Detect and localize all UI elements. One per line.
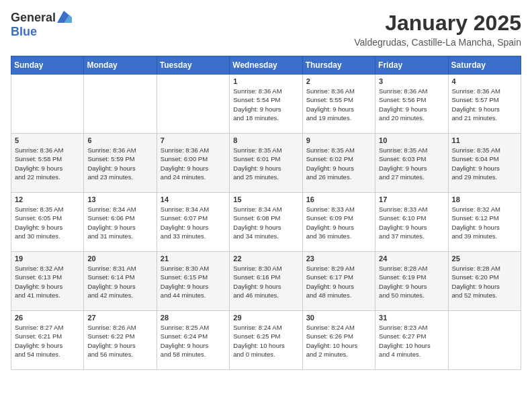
day-info: Sunrise: 8:25 AM Sunset: 6:24 PM Dayligh… bbox=[161, 323, 226, 359]
day-info: Sunrise: 8:35 AM Sunset: 6:01 PM Dayligh… bbox=[233, 146, 298, 181]
weekday-header: Wednesday bbox=[230, 56, 302, 75]
calendar-cell: 27Sunrise: 8:26 AM Sunset: 6:22 PM Dayli… bbox=[84, 311, 157, 370]
calendar-cell: 15Sunrise: 8:34 AM Sunset: 6:08 PM Dayli… bbox=[230, 193, 302, 252]
calendar-cell: 30Sunrise: 8:24 AM Sunset: 6:26 PM Dayli… bbox=[302, 311, 375, 370]
day-info: Sunrise: 8:35 AM Sunset: 6:04 PM Dayligh… bbox=[452, 146, 517, 181]
day-number: 28 bbox=[161, 314, 226, 322]
calendar-header-row: SundayMondayTuesdayWednesdayThursdayFrid… bbox=[11, 56, 521, 75]
calendar-cell: 22Sunrise: 8:30 AM Sunset: 6:16 PM Dayli… bbox=[230, 252, 302, 311]
calendar-cell: 17Sunrise: 8:33 AM Sunset: 6:10 PM Dayli… bbox=[375, 193, 448, 252]
calendar-week-row: 5Sunrise: 8:36 AM Sunset: 5:58 PM Daylig… bbox=[11, 134, 521, 193]
location-title: Valdegrudas, Castille-La Mancha, Spain bbox=[354, 37, 521, 48]
day-info: Sunrise: 8:34 AM Sunset: 6:07 PM Dayligh… bbox=[161, 205, 226, 240]
day-info: Sunrise: 8:34 AM Sunset: 6:08 PM Dayligh… bbox=[233, 205, 298, 240]
calendar-cell: 24Sunrise: 8:28 AM Sunset: 6:19 PM Dayli… bbox=[375, 252, 448, 311]
calendar-week-row: 19Sunrise: 8:32 AM Sunset: 6:13 PM Dayli… bbox=[11, 252, 521, 311]
calendar-cell: 26Sunrise: 8:27 AM Sunset: 6:21 PM Dayli… bbox=[11, 311, 84, 370]
day-number: 23 bbox=[306, 255, 371, 263]
calendar-cell: 11Sunrise: 8:35 AM Sunset: 6:04 PM Dayli… bbox=[448, 134, 521, 193]
day-info: Sunrise: 8:33 AM Sunset: 6:10 PM Dayligh… bbox=[379, 205, 444, 240]
calendar-cell: 28Sunrise: 8:25 AM Sunset: 6:24 PM Dayli… bbox=[157, 311, 229, 370]
day-number: 3 bbox=[379, 77, 444, 85]
calendar-cell bbox=[448, 311, 521, 370]
day-info: Sunrise: 8:28 AM Sunset: 6:20 PM Dayligh… bbox=[452, 264, 517, 300]
calendar-cell: 21Sunrise: 8:30 AM Sunset: 6:15 PM Dayli… bbox=[157, 252, 229, 311]
logo-general-text: General bbox=[11, 11, 56, 25]
day-info: Sunrise: 8:26 AM Sunset: 6:22 PM Dayligh… bbox=[87, 323, 152, 359]
day-info: Sunrise: 8:32 AM Sunset: 6:13 PM Dayligh… bbox=[15, 264, 80, 300]
calendar-cell bbox=[11, 75, 84, 134]
day-number: 25 bbox=[452, 255, 517, 263]
day-info: Sunrise: 8:28 AM Sunset: 6:19 PM Dayligh… bbox=[379, 264, 444, 300]
day-info: Sunrise: 8:32 AM Sunset: 6:12 PM Dayligh… bbox=[452, 205, 517, 240]
calendar-cell: 6Sunrise: 8:36 AM Sunset: 5:59 PM Daylig… bbox=[84, 134, 157, 193]
month-title: January 2025 bbox=[354, 11, 521, 36]
day-number: 15 bbox=[233, 195, 298, 203]
logo: General Blue bbox=[11, 11, 72, 39]
weekday-header: Tuesday bbox=[157, 56, 229, 75]
day-info: Sunrise: 8:23 AM Sunset: 6:27 PM Dayligh… bbox=[379, 323, 444, 359]
day-info: Sunrise: 8:36 AM Sunset: 5:56 PM Dayligh… bbox=[379, 87, 444, 122]
day-number: 10 bbox=[379, 136, 444, 144]
day-number: 6 bbox=[87, 136, 152, 144]
logo-blue-text: Blue bbox=[11, 25, 37, 38]
calendar-cell: 19Sunrise: 8:32 AM Sunset: 6:13 PM Dayli… bbox=[11, 252, 84, 311]
calendar-cell: 14Sunrise: 8:34 AM Sunset: 6:07 PM Dayli… bbox=[157, 193, 229, 252]
weekday-header: Sunday bbox=[11, 56, 84, 75]
weekday-header: Monday bbox=[84, 56, 157, 75]
day-info: Sunrise: 8:36 AM Sunset: 5:55 PM Dayligh… bbox=[306, 87, 371, 122]
day-info: Sunrise: 8:30 AM Sunset: 6:16 PM Dayligh… bbox=[233, 264, 298, 300]
logo-icon bbox=[57, 11, 72, 23]
calendar-table: SundayMondayTuesdayWednesdayThursdayFrid… bbox=[11, 56, 521, 370]
calendar-cell: 8Sunrise: 8:35 AM Sunset: 6:01 PM Daylig… bbox=[230, 134, 302, 193]
day-number: 19 bbox=[15, 255, 80, 263]
day-info: Sunrise: 8:35 AM Sunset: 6:05 PM Dayligh… bbox=[15, 205, 80, 240]
day-number: 17 bbox=[379, 195, 444, 203]
calendar-cell: 4Sunrise: 8:36 AM Sunset: 5:57 PM Daylig… bbox=[448, 75, 521, 134]
day-number: 18 bbox=[452, 195, 517, 203]
day-info: Sunrise: 8:36 AM Sunset: 5:54 PM Dayligh… bbox=[233, 87, 298, 122]
day-number: 8 bbox=[233, 136, 298, 144]
day-number: 1 bbox=[233, 77, 298, 85]
calendar-cell: 31Sunrise: 8:23 AM Sunset: 6:27 PM Dayli… bbox=[375, 311, 448, 370]
day-number: 5 bbox=[15, 136, 80, 144]
day-number: 26 bbox=[15, 314, 80, 322]
day-number: 24 bbox=[379, 255, 444, 263]
day-info: Sunrise: 8:29 AM Sunset: 6:17 PM Dayligh… bbox=[306, 264, 371, 300]
day-number: 31 bbox=[379, 314, 444, 322]
day-number: 29 bbox=[233, 314, 298, 322]
calendar-cell: 20Sunrise: 8:31 AM Sunset: 6:14 PM Dayli… bbox=[84, 252, 157, 311]
calendar-cell: 16Sunrise: 8:33 AM Sunset: 6:09 PM Dayli… bbox=[302, 193, 375, 252]
day-info: Sunrise: 8:30 AM Sunset: 6:15 PM Dayligh… bbox=[161, 264, 226, 300]
day-info: Sunrise: 8:34 AM Sunset: 6:06 PM Dayligh… bbox=[87, 205, 152, 240]
day-number: 4 bbox=[452, 77, 517, 85]
day-number: 2 bbox=[306, 77, 371, 85]
day-number: 14 bbox=[161, 195, 226, 203]
calendar-cell: 1Sunrise: 8:36 AM Sunset: 5:54 PM Daylig… bbox=[230, 75, 302, 134]
page-header: General Blue January 2025 Valdegrudas, C… bbox=[11, 11, 521, 48]
day-info: Sunrise: 8:35 AM Sunset: 6:02 PM Dayligh… bbox=[306, 146, 371, 181]
day-info: Sunrise: 8:24 AM Sunset: 6:26 PM Dayligh… bbox=[306, 323, 371, 359]
day-number: 30 bbox=[306, 314, 371, 322]
day-number: 20 bbox=[87, 255, 152, 263]
calendar-cell: 13Sunrise: 8:34 AM Sunset: 6:06 PM Dayli… bbox=[84, 193, 157, 252]
calendar-week-row: 12Sunrise: 8:35 AM Sunset: 6:05 PM Dayli… bbox=[11, 193, 521, 252]
calendar-cell: 23Sunrise: 8:29 AM Sunset: 6:17 PM Dayli… bbox=[302, 252, 375, 311]
day-number: 11 bbox=[452, 136, 517, 144]
day-number: 16 bbox=[306, 195, 371, 203]
day-info: Sunrise: 8:33 AM Sunset: 6:09 PM Dayligh… bbox=[306, 205, 371, 240]
day-info: Sunrise: 8:35 AM Sunset: 6:03 PM Dayligh… bbox=[379, 146, 444, 181]
calendar-week-row: 1Sunrise: 8:36 AM Sunset: 5:54 PM Daylig… bbox=[11, 75, 521, 134]
day-number: 21 bbox=[161, 255, 226, 263]
day-info: Sunrise: 8:31 AM Sunset: 6:14 PM Dayligh… bbox=[87, 264, 152, 300]
calendar-cell: 7Sunrise: 8:36 AM Sunset: 6:00 PM Daylig… bbox=[157, 134, 229, 193]
calendar-week-row: 26Sunrise: 8:27 AM Sunset: 6:21 PM Dayli… bbox=[11, 311, 521, 370]
weekday-header: Friday bbox=[375, 56, 448, 75]
calendar-cell: 12Sunrise: 8:35 AM Sunset: 6:05 PM Dayli… bbox=[11, 193, 84, 252]
day-info: Sunrise: 8:36 AM Sunset: 5:59 PM Dayligh… bbox=[87, 146, 152, 181]
day-info: Sunrise: 8:36 AM Sunset: 5:57 PM Dayligh… bbox=[452, 87, 517, 122]
weekday-header: Saturday bbox=[448, 56, 521, 75]
day-number: 12 bbox=[15, 195, 80, 203]
day-number: 7 bbox=[161, 136, 226, 144]
day-number: 9 bbox=[306, 136, 371, 144]
